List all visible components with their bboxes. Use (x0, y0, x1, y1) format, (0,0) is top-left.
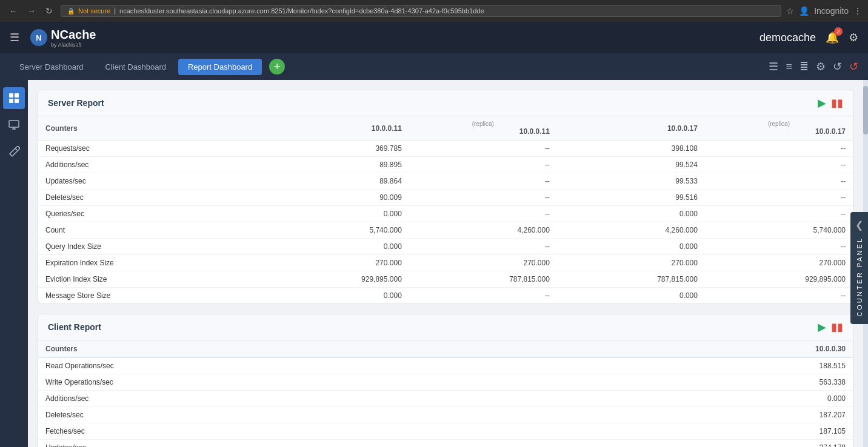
incognito-label: Incognito (814, 6, 849, 16)
toolbar-refresh2-icon[interactable]: ↺ (849, 60, 858, 73)
toolbar-icon-list2[interactable]: ≡ (786, 61, 792, 73)
client-play-button[interactable]: ▶ (818, 320, 826, 334)
add-tab-button[interactable]: + (269, 59, 285, 74)
server-pause-button[interactable]: ▮▮ (831, 96, 843, 110)
client-report-section: Client Report ▶ ▮▮ Counters 10.0.0.30 Re… (38, 314, 853, 447)
client-pause-button[interactable]: ▮▮ (831, 320, 843, 334)
svg-text:N: N (36, 33, 41, 42)
counter-label: Query Index Size (38, 239, 261, 255)
sidebar-item-tools[interactable] (3, 141, 25, 162)
counter-panel-chevron: ❮ (855, 219, 863, 231)
value-col1: 187.207 (558, 407, 853, 423)
toolbar-icon-list1[interactable]: ☰ (769, 60, 778, 73)
value-col3: 0.000 (557, 239, 705, 255)
value-col4: -- (705, 288, 853, 304)
server-report-title: Server Report (48, 98, 104, 108)
client-col-counters: Counters (38, 340, 558, 358)
value-col4: -- (705, 206, 853, 222)
server-play-button[interactable]: ▶ (818, 96, 826, 110)
counter-panel[interactable]: ❮ COUNTER PANEL (850, 212, 868, 324)
browser-nav[interactable]: ← → ↻ (6, 5, 56, 17)
counter-label: Read Operations/sec (38, 358, 558, 374)
back-button[interactable]: ← (6, 5, 21, 17)
value-col2: 787,815.000 (409, 271, 557, 288)
counter-label: Message Store Size (38, 288, 261, 304)
tab-client-dashboard[interactable]: Client Dashboard (96, 59, 176, 75)
value-col4: -- (705, 173, 853, 190)
tab-report-dashboard[interactable]: Report Dashboard (178, 59, 262, 75)
value-col4: 270.000 (705, 255, 853, 271)
counter-label: Updates/sec (38, 173, 261, 190)
client-report-title: Client Report (48, 322, 101, 332)
value-col2: -- (409, 206, 557, 222)
monitor-icon (8, 119, 20, 131)
value-col1: 0.000 (261, 239, 409, 255)
counter-label: Additions/sec (38, 391, 558, 407)
table-row: Read Operations/sec 188.515 (38, 358, 853, 374)
value-col1: 188.515 (558, 358, 853, 374)
notification-badge: 2 (834, 27, 843, 36)
tabs-bar: Server Dashboard Client Dashboard Report… (0, 53, 868, 80)
table-row: Requests/sec 369.785 -- 398.108 -- (38, 141, 853, 157)
refresh-button[interactable]: ↻ (42, 5, 56, 17)
value-col4: -- (705, 157, 853, 173)
cache-name: democache (760, 31, 816, 44)
toolbar-settings-icon[interactable]: ⚙ (816, 60, 826, 73)
toolbar-refresh-icon[interactable]: ↺ (833, 60, 842, 73)
tab-server-dashboard[interactable]: Server Dashboard (10, 59, 93, 75)
app-layout: Server Report ▶ ▮▮ Counters 10.0.0.11 (r… (0, 80, 868, 447)
svg-rect-3 (15, 93, 19, 98)
value-col2: -- (409, 239, 557, 255)
hamburger-menu[interactable]: ☰ (10, 31, 19, 44)
value-col1: 270.000 (261, 255, 409, 271)
value-col4: 5,740.000 (705, 222, 853, 239)
value-col4: -- (705, 141, 853, 157)
profile-icon[interactable]: 👤 (799, 6, 809, 16)
counter-label: Additions/sec (38, 157, 261, 173)
counter-label: Fetches/sec (38, 423, 558, 440)
table-row: Message Store Size 0.000 -- 0.000 -- (38, 288, 853, 304)
main-content: Server Report ▶ ▮▮ Counters 10.0.0.11 (r… (28, 80, 863, 447)
bookmark-icon[interactable]: ☆ (786, 6, 794, 16)
value-col2: -- (409, 190, 557, 206)
col-replica-10017: (replica)10.0.0.17 (705, 116, 853, 141)
counter-label: Write Operations/sec (38, 374, 558, 391)
svg-rect-5 (15, 99, 19, 103)
value-col1: 89.864 (261, 173, 409, 190)
table-row: Updates/sec 374.179 (38, 440, 853, 448)
client-table-header-row: Counters 10.0.0.30 (38, 340, 853, 358)
toolbar-icon-list3[interactable]: ≣ (800, 60, 809, 73)
value-col3: 787,815.000 (557, 271, 705, 288)
value-col1: 0.000 (261, 288, 409, 304)
sidebar-item-monitor[interactable] (3, 114, 25, 136)
value-col1: 90.009 (261, 190, 409, 206)
menu-icon[interactable]: ⋮ (853, 6, 862, 16)
notification-icon[interactable]: 🔔 2 (826, 31, 839, 44)
lock-icon: 🔒 (67, 8, 75, 15)
counter-label: Queries/sec (38, 206, 261, 222)
logo: N NCache by Alachisoft (29, 28, 96, 48)
table-row: Expiration Index Size 270.000 270.000 27… (38, 255, 853, 271)
top-navbar: ☰ N NCache by Alachisoft democache 🔔 2 ⚙ (0, 22, 868, 53)
svg-rect-4 (9, 99, 13, 103)
forward-button[interactable]: → (24, 5, 39, 17)
settings-icon[interactable]: ⚙ (849, 31, 858, 44)
address-bar[interactable]: 🔒 Not secure | ncachesfduster.southeasta… (61, 5, 781, 17)
sidebar-item-dashboard[interactable] (3, 87, 25, 109)
url-text: ncachesfduster.southeastasia.cloudapp.az… (119, 7, 484, 15)
scrollbar-thumb[interactable] (863, 86, 868, 134)
client-report-controls: ▶ ▮▮ (818, 320, 843, 334)
browser-bar: ← → ↻ 🔒 Not secure | ncachesfduster.sout… (0, 0, 868, 22)
counter-label: Eviction Index Size (38, 271, 261, 288)
value-col1: 5,740.000 (261, 222, 409, 239)
table-row: Updates/sec 89.864 -- 99.533 -- (38, 173, 853, 190)
logo-sub: by Alachisoft (51, 42, 96, 48)
top-nav-right: democache 🔔 2 ⚙ (760, 31, 858, 44)
svg-line-9 (15, 148, 17, 150)
table-row: Fetches/sec 187.105 (38, 423, 853, 440)
col-counters: Counters (38, 116, 261, 141)
value-col2: 4,260.000 (409, 222, 557, 239)
sidebar (0, 80, 28, 447)
value-col4: 929,895.000 (705, 271, 853, 288)
value-col2: -- (409, 141, 557, 157)
